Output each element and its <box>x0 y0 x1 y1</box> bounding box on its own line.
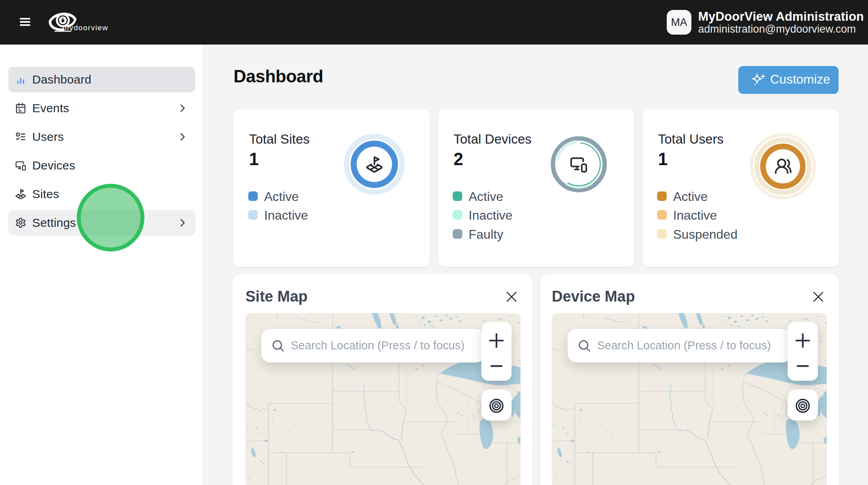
svg-text:mydoorview: mydoorview <box>62 23 108 32</box>
